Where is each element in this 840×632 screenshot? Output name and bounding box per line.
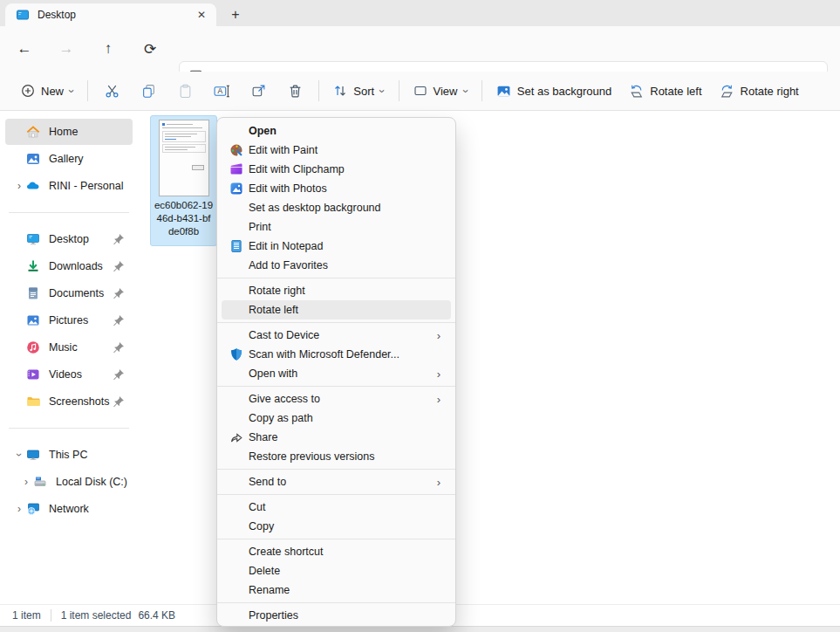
chevron-right-icon[interactable]: › xyxy=(19,476,33,488)
rotate-left-button[interactable]: Rotate left xyxy=(620,76,710,106)
chevron-down-icon: › xyxy=(377,89,388,93)
pin-icon xyxy=(112,232,126,246)
menu-separator xyxy=(217,469,455,470)
sidebar-item-videos[interactable]: Videos xyxy=(5,361,133,388)
sidebar-item-label: Network xyxy=(49,503,133,515)
menu-item-rotate-left[interactable]: Rotate left xyxy=(222,300,451,319)
menu-item-rotate-right[interactable]: Rotate right xyxy=(222,281,451,300)
sidebar-item-local-disk[interactable]: › Local Disk (C:) xyxy=(12,469,133,495)
file-item-selected[interactable]: ec60b062-19 46d-b431-bf de0f8b xyxy=(150,115,217,246)
paste-button[interactable] xyxy=(167,76,203,106)
menu-item-edit-in-notepad[interactable]: Edit in Notepad xyxy=(222,237,451,256)
sidebar-separator xyxy=(9,212,129,213)
item-count: 1 item xyxy=(12,609,41,622)
onedrive-icon xyxy=(26,179,40,193)
menu-item-cut[interactable]: Cut xyxy=(222,498,451,517)
new-button[interactable]: New › xyxy=(12,76,82,106)
defender-shield-icon xyxy=(229,347,243,361)
menu-item-share[interactable]: Share xyxy=(222,428,451,447)
menu-item-rename[interactable]: Rename xyxy=(222,580,451,600)
menu-item-copy-as-path[interactable]: Copy as path xyxy=(222,409,451,428)
menu-item-edit-with-photos[interactable]: Edit with Photos xyxy=(222,179,451,198)
menu-item-set-as-desktop-background[interactable]: Set as desktop background xyxy=(222,198,451,217)
sidebar-item-desktop[interactable]: Desktop xyxy=(5,226,133,252)
back-icon[interactable]: ← xyxy=(9,33,40,65)
tab-strip: Desktop ✕ + xyxy=(0,0,840,26)
cut-button[interactable] xyxy=(93,76,130,106)
videos-icon xyxy=(26,368,40,381)
menu-item-create-shortcut[interactable]: Create shortcut xyxy=(222,542,451,561)
thumbnail-ok-button xyxy=(192,165,204,170)
submenu-chevron-icon: › xyxy=(437,329,440,342)
folder-icon xyxy=(26,395,40,409)
sidebar-item-pictures[interactable]: Pictures xyxy=(5,307,133,333)
share-button[interactable] xyxy=(240,76,277,106)
sidebar-item-label: Desktop xyxy=(49,233,112,245)
menu-separator xyxy=(217,539,455,539)
copy-button[interactable] xyxy=(130,76,167,106)
menu-item-cast-to-device[interactable]: Cast to Device› xyxy=(222,326,451,345)
desktop-icon xyxy=(26,232,40,246)
sidebar-item-music[interactable]: Music xyxy=(5,334,133,361)
cut-icon xyxy=(105,84,120,99)
sidebar-separator xyxy=(9,428,129,429)
toolbar-separator xyxy=(481,80,482,101)
menu-item-delete[interactable]: Delete xyxy=(222,561,451,580)
new-tab-button[interactable]: + xyxy=(225,5,246,24)
chevron-right-icon[interactable]: › xyxy=(12,180,26,192)
chevron-down-icon: › xyxy=(66,89,78,93)
menu-item-send-to[interactable]: Send to› xyxy=(222,472,451,491)
submenu-chevron-icon: › xyxy=(437,368,440,381)
delete-button[interactable] xyxy=(277,76,313,106)
selection-count: 1 item selected xyxy=(61,609,132,622)
sidebar-item-label: Pictures xyxy=(49,314,112,326)
menu-item-edit-with-clipchamp[interactable]: Edit with Clipchamp xyxy=(222,160,451,179)
menu-item-restore-previous-versions[interactable]: Restore previous versions xyxy=(222,447,451,466)
menu-item-give-access-to[interactable]: Give access to› xyxy=(222,389,451,409)
command-toolbar: New › A xyxy=(0,72,840,111)
sidebar-item-label: Local Disk (C:) xyxy=(56,476,133,488)
sort-button-label: Sort xyxy=(353,85,374,98)
chevron-expanded-icon[interactable]: › xyxy=(12,449,26,461)
sidebar-item-label: Music xyxy=(49,341,112,354)
sidebar-item-downloads[interactable]: Downloads xyxy=(5,253,133,279)
menu-item-add-to-favorites[interactable]: Add to Favorites xyxy=(222,256,451,275)
menu-separator xyxy=(217,494,455,495)
pin-icon xyxy=(112,340,126,354)
rotate-left-label: Rotate left xyxy=(650,85,701,98)
sidebar-item-network[interactable]: › Network xyxy=(5,496,133,522)
forward-icon[interactable]: → xyxy=(51,33,82,65)
window-bottom-edge xyxy=(0,626,840,632)
menu-item-scan-with-defender[interactable]: Scan with Microsoft Defender... xyxy=(222,345,451,364)
new-plus-icon xyxy=(21,84,35,98)
network-icon xyxy=(26,502,40,516)
tab-close-icon[interactable]: ✕ xyxy=(194,7,209,23)
menu-item-properties[interactable]: Properties xyxy=(222,606,451,625)
sort-icon xyxy=(333,84,347,98)
tab-desktop[interactable]: Desktop ✕ xyxy=(5,3,216,26)
photos-icon xyxy=(229,182,243,196)
menu-item-edit-with-paint[interactable]: Edit with Paint xyxy=(222,141,451,160)
sidebar-item-gallery[interactable]: Gallery xyxy=(5,146,133,172)
rename-button[interactable]: A xyxy=(203,76,240,106)
rotate-right-button[interactable]: Rotate right xyxy=(711,76,808,106)
sidebar-item-screenshots[interactable]: Screenshots xyxy=(5,388,133,415)
share-arrow-icon xyxy=(229,430,243,444)
toolbar-separator xyxy=(399,80,400,101)
menu-item-open[interactable]: Open xyxy=(222,121,451,141)
sort-button[interactable]: Sort › xyxy=(324,76,393,106)
rename-icon: A xyxy=(214,84,230,99)
sidebar-item-this-pc[interactable]: › This PC xyxy=(5,442,133,468)
menu-item-open-with[interactable]: Open with› xyxy=(222,364,451,383)
sidebar-item-onedrive[interactable]: › RINI - Personal xyxy=(5,173,133,199)
chevron-right-icon[interactable]: › xyxy=(12,503,26,515)
up-icon[interactable]: ↑ xyxy=(92,33,124,65)
sidebar-item-documents[interactable]: Documents xyxy=(5,280,133,306)
sidebar-item-home[interactable]: Home xyxy=(5,119,133,145)
selection-size: 66.4 KB xyxy=(138,609,175,622)
view-button[interactable]: View › xyxy=(405,76,476,106)
menu-item-print[interactable]: Print xyxy=(222,217,451,237)
menu-item-copy[interactable]: Copy xyxy=(222,517,451,536)
set-as-background-button[interactable]: Set as background xyxy=(488,76,620,106)
refresh-icon[interactable]: ⟳ xyxy=(134,33,166,65)
